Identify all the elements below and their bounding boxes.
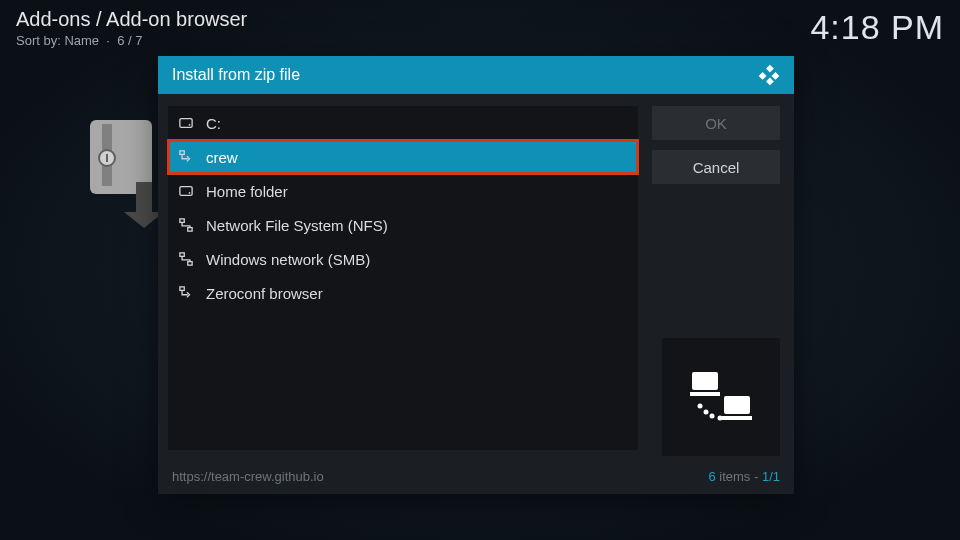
source-row-network-file-system-nfs[interactable]: Network File System (NFS) <box>168 208 638 242</box>
svg-rect-6 <box>766 78 774 86</box>
svg-point-9 <box>189 124 191 126</box>
svg-rect-18 <box>692 372 718 390</box>
source-row-c[interactable]: C: <box>168 106 638 140</box>
svg-point-22 <box>698 404 703 409</box>
zip-download-icon <box>86 118 166 228</box>
net-icon <box>178 217 194 233</box>
drive-icon <box>178 115 194 131</box>
svg-rect-10 <box>180 151 184 155</box>
source-row-crew[interactable]: crew <box>168 140 638 174</box>
svg-rect-21 <box>722 416 752 420</box>
netloc-icon <box>178 149 194 165</box>
source-row-label: Network File System (NFS) <box>206 217 388 234</box>
footer-path: https://team-crew.github.io <box>172 469 324 484</box>
svg-point-25 <box>718 416 723 421</box>
svg-rect-14 <box>188 228 192 232</box>
source-row-label: C: <box>206 115 221 132</box>
svg-rect-16 <box>188 262 192 266</box>
install-from-zip-dialog: Install from zip file C:crewHome folderN… <box>158 56 794 494</box>
svg-rect-17 <box>180 287 184 291</box>
source-row-label: Windows network (SMB) <box>206 251 370 268</box>
dialog-header: Install from zip file <box>158 56 794 94</box>
ok-button[interactable]: OK <box>652 106 780 140</box>
svg-rect-7 <box>772 72 780 80</box>
dialog-title: Install from zip file <box>172 66 300 84</box>
clock: 4:18 PM <box>810 8 944 47</box>
svg-rect-5 <box>759 72 767 80</box>
svg-rect-8 <box>180 119 192 128</box>
net-icon <box>178 251 194 267</box>
preview-thumbnail <box>662 338 780 456</box>
source-row-zeroconf-browser[interactable]: Zeroconf browser <box>168 276 638 310</box>
netloc-icon <box>178 285 194 301</box>
footer-item-count: 6 items - 1/1 <box>708 469 780 484</box>
file-source-list[interactable]: C:crewHome folderNetwork File System (NF… <box>168 106 638 450</box>
source-row-home-folder[interactable]: Home folder <box>168 174 638 208</box>
svg-point-23 <box>704 410 709 415</box>
svg-rect-19 <box>690 392 720 396</box>
breadcrumb: Add-ons / Add-on browser <box>16 8 247 31</box>
sort-count: 6 / 7 <box>117 33 142 48</box>
source-row-windows-network-smb[interactable]: Windows network (SMB) <box>168 242 638 276</box>
svg-rect-13 <box>180 219 184 223</box>
source-row-label: crew <box>206 149 238 166</box>
source-row-label: Zeroconf browser <box>206 285 323 302</box>
source-row-label: Home folder <box>206 183 288 200</box>
svg-point-12 <box>189 192 191 194</box>
kodi-logo-icon <box>758 64 780 86</box>
cancel-button[interactable]: Cancel <box>652 150 780 184</box>
svg-rect-20 <box>724 396 750 414</box>
svg-rect-4 <box>766 65 774 73</box>
svg-rect-11 <box>180 187 192 196</box>
sort-line: Sort by: Name · 6 / 7 <box>16 33 247 48</box>
svg-rect-15 <box>180 253 184 257</box>
drive-icon <box>178 183 194 199</box>
sort-label: Sort by: Name <box>16 33 99 48</box>
svg-point-24 <box>710 414 715 419</box>
